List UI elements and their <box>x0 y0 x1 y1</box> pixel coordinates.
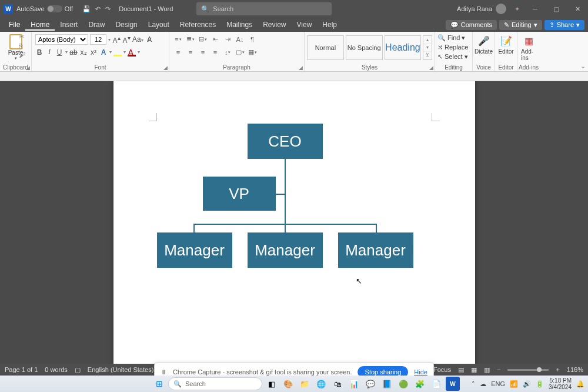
copy-icon[interactable]: ⎘ <box>19 42 25 49</box>
collapse-ribbon-icon[interactable]: ⌄ <box>580 62 586 70</box>
tab-mailings[interactable]: Mailings <box>221 19 258 31</box>
bullets-icon[interactable]: ≡▾ <box>173 34 183 44</box>
search-box[interactable]: 🔍 Search <box>196 2 332 15</box>
battery-icon[interactable]: 🔋 <box>536 380 544 388</box>
zoom-out-icon[interactable]: − <box>497 366 500 373</box>
zoom-level[interactable]: 116% <box>567 366 583 373</box>
style-normal[interactable]: Normal <box>307 35 344 60</box>
document-area[interactable]: CEO VP Manager Manager Manager ↖ <box>0 81 588 380</box>
tab-file[interactable]: File <box>4 19 25 31</box>
dialog-launcher-icon[interactable]: ◢ <box>299 65 303 71</box>
user-account[interactable]: Aditya Rana <box>457 4 506 14</box>
share-button[interactable]: ⇪Share▾ <box>544 20 584 30</box>
bold-button[interactable]: B <box>35 48 44 57</box>
format-painter-icon[interactable]: 🖌 <box>19 51 25 58</box>
read-mode-icon[interactable]: ▤ <box>458 366 464 374</box>
tab-references[interactable]: References <box>175 19 221 31</box>
org-node-ceo[interactable]: CEO <box>248 124 323 159</box>
zoom-slider[interactable] <box>507 369 549 371</box>
web-layout-icon[interactable]: ▥ <box>484 366 490 374</box>
dialog-launcher-icon[interactable]: ◢ <box>429 65 433 71</box>
clock[interactable]: 5:18 PM 3/4/2024 <box>549 377 572 390</box>
strikethrough-button[interactable]: ab <box>69 48 78 57</box>
language-indicator[interactable]: ENG <box>491 380 505 387</box>
dialog-launcher-icon[interactable]: ◢ <box>26 65 30 71</box>
highlight-color-icon[interactable] <box>113 48 122 57</box>
org-chart[interactable]: CEO VP Manager Manager Manager ↖ <box>155 124 434 318</box>
borders-icon[interactable]: ▦▾ <box>247 47 258 57</box>
change-case-icon[interactable]: Aa▾ <box>132 35 143 44</box>
page[interactable]: CEO VP Manager Manager Manager ↖ <box>113 81 475 380</box>
app-icon[interactable]: 📘 <box>380 377 394 391</box>
numbering-icon[interactable]: ≣▾ <box>185 34 196 44</box>
app-icon[interactable]: 🧩 <box>413 377 427 391</box>
tab-view[interactable]: View <box>292 19 318 31</box>
tab-layout[interactable]: Layout <box>143 19 175 31</box>
edge-icon[interactable]: 🌐 <box>314 377 328 391</box>
style-heading[interactable]: Heading <box>385 35 422 60</box>
comments-button[interactable]: 💬Comments <box>446 20 497 30</box>
clear-format-icon[interactable]: A̷ <box>145 35 153 44</box>
explorer-icon[interactable]: 📁 <box>298 377 312 391</box>
line-spacing-icon[interactable]: ↕▾ <box>222 47 233 57</box>
replace-button[interactable]: ⤭Replace <box>437 42 470 52</box>
text-effects-icon[interactable]: A <box>99 48 108 57</box>
cut-icon[interactable]: ✂ <box>19 33 25 41</box>
print-layout-icon[interactable]: ▦ <box>471 366 477 374</box>
org-node-vp[interactable]: VP <box>203 177 276 211</box>
page-number[interactable]: Page 1 of 1 <box>5 366 38 373</box>
italic-button[interactable]: I <box>45 48 54 57</box>
onedrive-icon[interactable]: ☁ <box>480 380 486 388</box>
undo-icon[interactable]: ↶ <box>95 5 101 13</box>
editor-button[interactable]: 📝 Editor Editor <box>495 32 517 71</box>
start-button[interactable]: ⊞ <box>153 377 166 390</box>
app-icon[interactable]: 📊 <box>347 377 361 391</box>
zoom-in-icon[interactable]: + <box>556 366 559 373</box>
redo-icon[interactable]: ↷ <box>105 5 111 13</box>
select-button[interactable]: ↖Select▾ <box>437 52 470 61</box>
font-color-icon[interactable]: A <box>128 48 136 57</box>
save-icon[interactable]: 💾 <box>82 5 91 13</box>
shrink-font-icon[interactable]: A▾ <box>122 35 131 45</box>
tab-insert[interactable]: Insert <box>55 19 83 31</box>
styles-gallery-more[interactable]: ▴▾⊻ <box>423 35 432 60</box>
subscript-button[interactable]: x₂ <box>79 48 88 57</box>
minimize-button[interactable]: ─ <box>524 0 546 18</box>
taskbar-search[interactable]: 🔍Search <box>168 377 262 390</box>
app-icon[interactable]: 📄 <box>429 377 443 391</box>
store-icon[interactable]: 🛍 <box>330 377 345 391</box>
multilevel-icon[interactable]: ⊟▾ <box>198 34 208 44</box>
maximize-button[interactable]: ▢ <box>546 0 567 18</box>
hide-bar-button[interactable]: Hide <box>414 368 427 376</box>
tab-home[interactable]: Home <box>25 19 55 31</box>
ruler[interactable] <box>0 72 588 81</box>
task-view-icon[interactable]: ◧ <box>265 377 279 391</box>
org-node-manager[interactable]: Manager <box>248 232 323 268</box>
tab-review[interactable]: Review <box>258 19 291 31</box>
grow-font-icon[interactable]: A▴ <box>112 35 121 45</box>
tab-design[interactable]: Design <box>110 19 142 31</box>
app-icon[interactable]: 🎨 <box>281 377 295 391</box>
org-node-manager[interactable]: Manager <box>338 232 413 268</box>
align-left-icon[interactable]: ≡ <box>173 47 183 57</box>
increase-indent-icon[interactable]: ⇥ <box>222 34 233 44</box>
pause-icon[interactable]: ⏸ <box>161 368 167 376</box>
show-marks-icon[interactable]: ¶ <box>247 34 258 44</box>
word-icon[interactable]: W <box>446 377 460 391</box>
language[interactable]: English (United States) <box>88 366 154 373</box>
word-count[interactable]: 0 words <box>45 366 68 373</box>
app-icon[interactable]: 🟢 <box>396 377 410 391</box>
align-right-icon[interactable]: ≡ <box>198 47 208 57</box>
volume-icon[interactable]: 🔊 <box>523 380 531 388</box>
dictate-button[interactable]: 🎤 Dictate Voice <box>473 32 495 71</box>
sort-icon[interactable]: A↓ <box>235 34 245 44</box>
app-icon[interactable]: 💬 <box>363 377 377 391</box>
style-no-spacing[interactable]: No Spacing <box>346 35 383 60</box>
autosave-toggle[interactable]: AutoSave Off <box>16 5 73 12</box>
tab-draw[interactable]: Draw <box>83 19 110 31</box>
superscript-button[interactable]: x² <box>89 48 98 57</box>
font-size-select[interactable]: 12 <box>90 34 106 45</box>
dialog-launcher-icon[interactable]: ◢ <box>163 65 168 71</box>
addins-button[interactable]: ▦ Add-ins Add-ins <box>517 32 540 71</box>
find-button[interactable]: 🔍Find▾ <box>437 33 470 42</box>
